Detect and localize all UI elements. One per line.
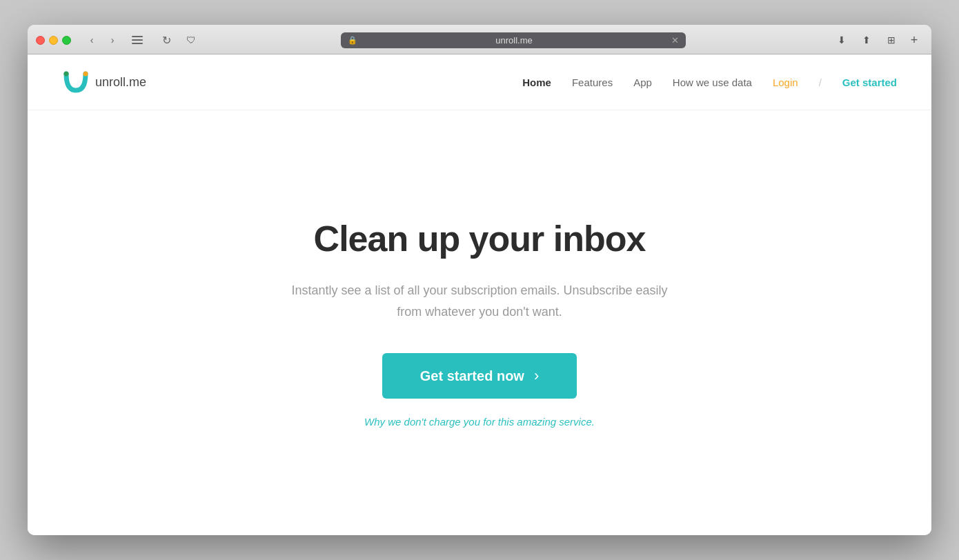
logo-icon: [62, 68, 90, 96]
free-service-link[interactable]: Why we don't charge you for this amazing…: [364, 416, 595, 428]
logo[interactable]: unroll.me: [62, 68, 146, 96]
browser-chrome: ‹ › ↻ 🛡 🔒 unroll.me ✕ ⬇ ⬆ ⊞ +: [28, 25, 931, 54]
sidebar-button[interactable]: [128, 32, 147, 48]
svg-point-4: [64, 72, 69, 77]
address-bar[interactable]: 🔒 unroll.me ✕: [341, 32, 686, 48]
reload-button[interactable]: ↻: [157, 32, 176, 48]
lock-icon: 🔒: [348, 36, 357, 45]
site-nav: Home Features App How we use data Login …: [522, 77, 897, 88]
toolbar-right: ⬇ ⬆ ⊞ +: [831, 32, 923, 48]
nav-home[interactable]: Home: [522, 77, 551, 88]
nav-get-started[interactable]: Get started: [842, 77, 897, 88]
fullscreen-window-button[interactable]: [62, 36, 71, 45]
hero-title: Clean up your inbox: [314, 218, 646, 259]
nav-how-we-use-data[interactable]: How we use data: [673, 77, 752, 88]
browser-window: ‹ › ↻ 🛡 🔒 unroll.me ✕ ⬇ ⬆ ⊞ +: [28, 25, 931, 535]
forward-button[interactable]: ›: [103, 32, 122, 48]
url-text: unroll.me: [362, 35, 667, 46]
share-button[interactable]: ⬆: [856, 32, 878, 48]
svg-point-3: [83, 72, 88, 77]
traffic-lights: [36, 36, 71, 45]
get-started-button[interactable]: Get started now ›: [382, 353, 577, 399]
nav-login[interactable]: Login: [773, 77, 798, 88]
cta-chevron-icon: ›: [534, 367, 539, 385]
tab-close-icon[interactable]: ✕: [671, 35, 679, 46]
back-button[interactable]: ‹: [82, 32, 101, 48]
new-tab-tile-button[interactable]: ⊞: [880, 32, 902, 48]
hero-section: Clean up your inbox Instantly see a list…: [28, 110, 931, 535]
nav-features[interactable]: Features: [572, 77, 613, 88]
site-header: unroll.me Home Features App How we use d…: [28, 54, 931, 110]
nav-separator: /: [819, 77, 822, 88]
logo-text: unroll.me: [95, 75, 146, 90]
cta-label: Get started now: [420, 368, 524, 384]
hero-subtitle: Instantly see a list of all your subscri…: [290, 280, 669, 322]
webpage: unroll.me Home Features App How we use d…: [28, 54, 931, 535]
svg-rect-0: [132, 36, 143, 37]
download-button[interactable]: ⬇: [831, 32, 853, 48]
add-tab-button[interactable]: +: [905, 32, 923, 48]
svg-rect-2: [132, 43, 143, 44]
minimize-window-button[interactable]: [49, 36, 58, 45]
shield-button[interactable]: 🛡: [181, 32, 201, 48]
svg-rect-1: [132, 39, 143, 41]
browser-nav-buttons: ‹ ›: [82, 32, 122, 48]
close-window-button[interactable]: [36, 36, 45, 45]
nav-app[interactable]: App: [633, 77, 652, 88]
